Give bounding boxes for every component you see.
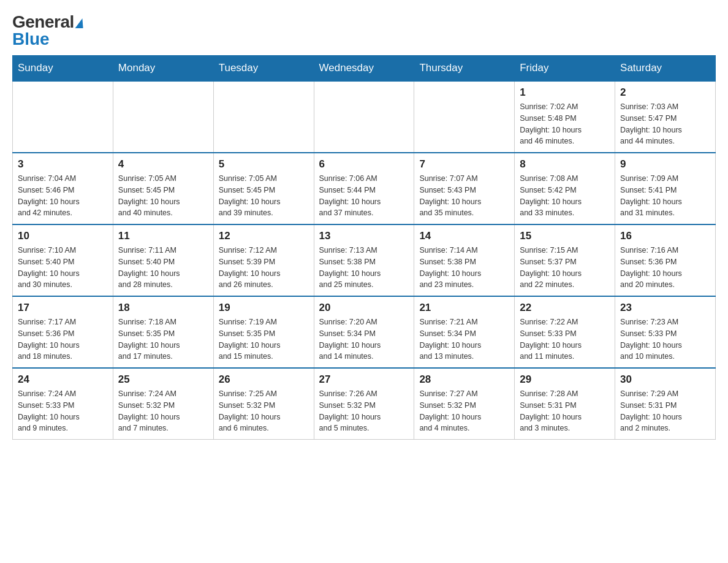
day-info: Sunrise: 7:24 AMSunset: 5:33 PMDaylight:… [18,388,108,434]
day-number: 17 [18,302,108,314]
day-info: Sunrise: 7:19 AMSunset: 5:35 PMDaylight:… [219,316,309,362]
week-row-1: 1Sunrise: 7:02 AMSunset: 5:48 PMDaylight… [13,81,716,153]
week-row-3: 10Sunrise: 7:10 AMSunset: 5:40 PMDayligh… [13,224,716,296]
calendar-cell: 2Sunrise: 7:03 AMSunset: 5:47 PMDaylight… [615,81,716,153]
weekday-header-monday: Monday [113,56,213,82]
calendar-cell: 20Sunrise: 7:20 AMSunset: 5:34 PMDayligh… [314,296,414,368]
calendar-cell: 14Sunrise: 7:14 AMSunset: 5:38 PMDayligh… [414,224,515,296]
day-info: Sunrise: 7:03 AMSunset: 5:47 PMDaylight:… [620,101,710,147]
day-number: 7 [419,158,509,170]
day-info: Sunrise: 7:27 AMSunset: 5:32 PMDaylight:… [419,388,509,434]
calendar-cell: 9Sunrise: 7:09 AMSunset: 5:41 PMDaylight… [615,153,716,224]
day-info: Sunrise: 7:16 AMSunset: 5:36 PMDaylight:… [620,245,710,291]
weekday-header-saturday: Saturday [615,56,716,82]
weekday-header-thursday: Thursday [414,56,515,82]
day-number: 12 [219,230,309,242]
day-number: 30 [620,373,710,386]
calendar-cell: 17Sunrise: 7:17 AMSunset: 5:36 PMDayligh… [13,296,113,368]
day-number: 24 [18,373,108,386]
calendar-cell: 24Sunrise: 7:24 AMSunset: 5:33 PMDayligh… [13,368,113,440]
day-info: Sunrise: 7:02 AMSunset: 5:48 PMDaylight:… [520,101,610,147]
day-number: 21 [419,302,509,314]
weekday-header-sunday: Sunday [13,56,113,82]
day-number: 20 [319,302,409,314]
day-info: Sunrise: 7:11 AMSunset: 5:40 PMDaylight:… [118,245,208,291]
day-number: 22 [520,302,610,314]
calendar-cell [113,81,213,153]
day-info: Sunrise: 7:06 AMSunset: 5:44 PMDaylight:… [319,173,409,219]
day-info: Sunrise: 7:09 AMSunset: 5:41 PMDaylight:… [620,173,710,219]
calendar-cell: 12Sunrise: 7:12 AMSunset: 5:39 PMDayligh… [213,224,314,296]
day-number: 1 [520,86,610,99]
calendar-cell: 25Sunrise: 7:24 AMSunset: 5:32 PMDayligh… [113,368,213,440]
day-info: Sunrise: 7:13 AMSunset: 5:38 PMDaylight:… [319,245,409,291]
day-number: 18 [118,302,208,314]
day-info: Sunrise: 7:23 AMSunset: 5:33 PMDaylight:… [620,316,710,362]
calendar-cell: 3Sunrise: 7:04 AMSunset: 5:46 PMDaylight… [13,153,113,224]
day-number: 26 [219,373,309,386]
day-info: Sunrise: 7:17 AMSunset: 5:36 PMDaylight:… [18,316,108,362]
day-info: Sunrise: 7:04 AMSunset: 5:46 PMDaylight:… [18,173,108,219]
calendar-cell: 16Sunrise: 7:16 AMSunset: 5:36 PMDayligh… [615,224,716,296]
logo: General Blue [12,12,84,49]
day-info: Sunrise: 7:25 AMSunset: 5:32 PMDaylight:… [219,388,309,434]
day-number: 2 [620,86,710,99]
day-info: Sunrise: 7:08 AMSunset: 5:42 PMDaylight:… [520,173,610,219]
calendar-cell: 6Sunrise: 7:06 AMSunset: 5:44 PMDaylight… [314,153,414,224]
day-info: Sunrise: 7:05 AMSunset: 5:45 PMDaylight:… [118,173,208,219]
calendar-cell: 28Sunrise: 7:27 AMSunset: 5:32 PMDayligh… [414,368,515,440]
calendar-cell: 18Sunrise: 7:18 AMSunset: 5:35 PMDayligh… [113,296,213,368]
calendar-cell: 8Sunrise: 7:08 AMSunset: 5:42 PMDaylight… [515,153,615,224]
day-number: 16 [620,230,710,242]
logo-blue-text: Blue [12,29,50,49]
day-number: 9 [620,158,710,170]
calendar-cell: 29Sunrise: 7:28 AMSunset: 5:31 PMDayligh… [515,368,615,440]
day-info: Sunrise: 7:05 AMSunset: 5:45 PMDaylight:… [219,173,309,219]
day-info: Sunrise: 7:29 AMSunset: 5:31 PMDaylight:… [620,388,710,434]
week-row-4: 17Sunrise: 7:17 AMSunset: 5:36 PMDayligh… [13,296,716,368]
calendar-cell [13,81,113,153]
calendar-table: SundayMondayTuesdayWednesdayThursdayFrid… [12,55,716,440]
calendar-cell: 26Sunrise: 7:25 AMSunset: 5:32 PMDayligh… [213,368,314,440]
weekday-header-friday: Friday [515,56,615,82]
day-info: Sunrise: 7:28 AMSunset: 5:31 PMDaylight:… [520,388,610,434]
calendar-cell: 7Sunrise: 7:07 AMSunset: 5:43 PMDaylight… [414,153,515,224]
calendar-cell [414,81,515,153]
page-header: General Blue [12,12,716,49]
day-info: Sunrise: 7:14 AMSunset: 5:38 PMDaylight:… [419,245,509,291]
day-number: 15 [520,230,610,242]
day-number: 10 [18,230,108,242]
calendar-cell: 22Sunrise: 7:22 AMSunset: 5:33 PMDayligh… [515,296,615,368]
week-row-2: 3Sunrise: 7:04 AMSunset: 5:46 PMDaylight… [13,153,716,224]
day-number: 11 [118,230,208,242]
day-info: Sunrise: 7:20 AMSunset: 5:34 PMDaylight:… [319,316,409,362]
day-info: Sunrise: 7:15 AMSunset: 5:37 PMDaylight:… [520,245,610,291]
day-info: Sunrise: 7:21 AMSunset: 5:34 PMDaylight:… [419,316,509,362]
calendar-cell: 4Sunrise: 7:05 AMSunset: 5:45 PMDaylight… [113,153,213,224]
day-info: Sunrise: 7:22 AMSunset: 5:33 PMDaylight:… [520,316,610,362]
day-number: 5 [219,158,309,170]
calendar-cell: 27Sunrise: 7:26 AMSunset: 5:32 PMDayligh… [314,368,414,440]
calendar-cell [213,81,314,153]
calendar-cell: 1Sunrise: 7:02 AMSunset: 5:48 PMDaylight… [515,81,615,153]
day-number: 6 [319,158,409,170]
week-row-5: 24Sunrise: 7:24 AMSunset: 5:33 PMDayligh… [13,368,716,440]
weekday-header-tuesday: Tuesday [213,56,314,82]
day-number: 14 [419,230,509,242]
calendar-cell: 5Sunrise: 7:05 AMSunset: 5:45 PMDaylight… [213,153,314,224]
day-number: 8 [520,158,610,170]
calendar-cell [314,81,414,153]
calendar-cell: 21Sunrise: 7:21 AMSunset: 5:34 PMDayligh… [414,296,515,368]
day-number: 3 [18,158,108,170]
calendar-cell: 13Sunrise: 7:13 AMSunset: 5:38 PMDayligh… [314,224,414,296]
day-info: Sunrise: 7:07 AMSunset: 5:43 PMDaylight:… [419,173,509,219]
day-info: Sunrise: 7:12 AMSunset: 5:39 PMDaylight:… [219,245,309,291]
calendar-cell: 15Sunrise: 7:15 AMSunset: 5:37 PMDayligh… [515,224,615,296]
day-number: 13 [319,230,409,242]
day-info: Sunrise: 7:24 AMSunset: 5:32 PMDaylight:… [118,388,208,434]
day-number: 23 [620,302,710,314]
day-info: Sunrise: 7:26 AMSunset: 5:32 PMDaylight:… [319,388,409,434]
weekday-header-wednesday: Wednesday [314,56,414,82]
day-number: 25 [118,373,208,386]
day-number: 4 [118,158,208,170]
